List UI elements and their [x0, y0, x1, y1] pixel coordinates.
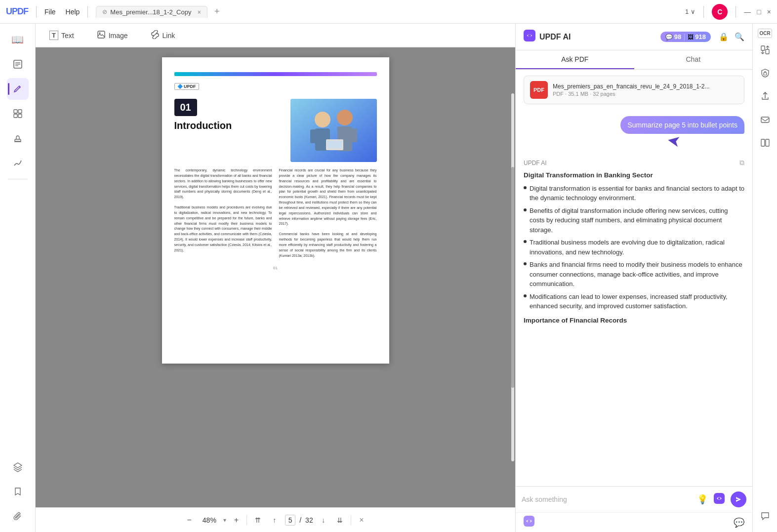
mail-icon[interactable] — [756, 111, 774, 131]
bullet-3: Traditional business models are evolving… — [524, 238, 744, 257]
user-message-container: Summarize page 5 into bullet points ➤ — [524, 116, 744, 134]
user-message: Summarize page 5 into bullet points — [620, 116, 744, 134]
close-button[interactable]: × — [767, 8, 771, 16]
bullet-text-3: Traditional business models are evolving… — [530, 238, 744, 257]
image-toolbar-icon — [97, 30, 106, 41]
bullet-2: Benefits of digital transformation inclu… — [524, 206, 744, 235]
pdf-col-right: Financial records are crucial for any bu… — [279, 168, 377, 259]
sidebar-attachment-icon[interactable] — [7, 505, 29, 527]
svg-point-14 — [315, 112, 330, 127]
ai-tabs: Ask PDF Chat — [516, 50, 752, 70]
close-bottom-bar-button[interactable]: × — [355, 514, 368, 527]
sidebar-layers-icon[interactable] — [7, 456, 29, 478]
ai-footer-icon2[interactable]: 💬 — [734, 517, 744, 528]
svg-rect-10 — [98, 31, 105, 38]
current-page[interactable]: 5 — [285, 515, 296, 526]
scroll-track[interactable] — [511, 93, 514, 461]
chapter-number: 01 — [174, 99, 197, 116]
tab-chat[interactable]: Chat — [634, 50, 753, 69]
svg-rect-5 — [18, 110, 22, 113]
protect-icon[interactable] — [756, 64, 774, 84]
search-icon[interactable]: 🔍 — [735, 32, 744, 41]
ai-label-text: UPDF AI — [524, 160, 547, 166]
nav-next-page-button[interactable]: ↓ — [318, 514, 329, 526]
toolbar-text-label: Text — [61, 32, 74, 40]
pdf-para2-left: Traditional business models and procedur… — [174, 205, 272, 253]
nav-last-page-button[interactable]: ⇊ — [333, 514, 347, 526]
titlebar-divider — [36, 6, 37, 18]
bullet-dot-2 — [524, 208, 527, 211]
sidebar-read-icon[interactable]: 📖 — [7, 29, 29, 50]
nav-prev-page-button[interactable]: ↑ — [269, 514, 280, 526]
main-layout: 📖 — [0, 24, 777, 532]
svg-rect-6 — [14, 114, 17, 118]
toolbar-link[interactable]: Link — [147, 28, 179, 43]
minimize-button[interactable]: — — [744, 8, 751, 16]
link-toolbar-icon — [151, 30, 160, 41]
ocr-icon[interactable]: OCR — [758, 29, 772, 38]
ai-input-area: 💡 — [516, 486, 752, 512]
zoom-out-button[interactable]: − — [183, 514, 195, 527]
page-indicator: 5 / 32 — [284, 516, 314, 524]
zoom-dropdown[interactable]: ▾ — [223, 517, 226, 524]
pdf-para1-left: The contemporary, dynamic technology env… — [174, 168, 272, 200]
toolbar-link-label: Link — [163, 32, 175, 40]
ai-footer-icon1[interactable] — [524, 516, 534, 529]
chapter-header: 01 Introduction — [174, 99, 377, 162]
svg-rect-13 — [290, 99, 377, 162]
image-credits: 🖼 918 — [688, 33, 706, 41]
new-tab-button[interactable]: + — [214, 6, 220, 17]
svg-rect-28 — [761, 46, 765, 50]
titlebar-menu: File Help — [44, 8, 80, 16]
image-credit-icon: 🖼 — [688, 34, 694, 41]
tab-close[interactable]: × — [197, 8, 201, 16]
titlebar-divider2 — [87, 6, 88, 18]
copy-button[interactable]: ⧉ — [739, 159, 744, 167]
ai-response: UPDF AI ⧉ Digital Transformation in Bank… — [524, 157, 744, 329]
nav-first-page-button[interactable]: ⇈ — [251, 514, 265, 526]
bullet-dot-3 — [524, 240, 527, 243]
edit-toolbar: T Text Image — [36, 24, 515, 47]
svg-rect-8 — [15, 139, 21, 141]
ai-input-field[interactable] — [522, 495, 693, 503]
tab-ask-pdf[interactable]: Ask PDF — [516, 50, 634, 69]
menu-help[interactable]: Help — [66, 8, 80, 16]
file-meta: PDF · 35.1 MB · 32 pages — [553, 91, 738, 97]
sidebar-pages-icon[interactable] — [7, 103, 29, 124]
scroll-thumb[interactable] — [511, 167, 514, 388]
updf-logo-small: 🔷 UPDF — [174, 83, 199, 90]
sidebar-edit-icon[interactable] — [7, 53, 29, 75]
sidebar-stamp-icon[interactable] — [7, 127, 29, 149]
bullet-1: Digital transformation is essential for … — [524, 184, 744, 203]
toolbar-image[interactable]: Image — [93, 28, 132, 43]
bullet-text-4: Banks and financial firms need to modify… — [530, 260, 744, 289]
ai-lightbulb-icon[interactable]: 💡 — [697, 494, 708, 505]
convert-icon[interactable] — [756, 41, 774, 61]
ai-send-button[interactable] — [731, 491, 746, 507]
menu-file[interactable]: File — [44, 8, 56, 16]
bullet-dot-4 — [524, 262, 527, 265]
svg-line-12 — [154, 34, 156, 36]
compare-icon[interactable] — [756, 134, 774, 154]
toolbar-text[interactable]: T Text — [45, 29, 78, 42]
svg-rect-7 — [18, 114, 22, 118]
sidebar-annotate-icon[interactable] — [7, 78, 29, 100]
svg-rect-21 — [327, 141, 342, 148]
sidebar-sign-icon[interactable] — [7, 152, 29, 174]
pdf-viewer[interactable]: 🔷 UPDF 01 Introduction — [36, 47, 515, 507]
tab-label: Mes_premier...18_1-2_Copy — [110, 8, 191, 16]
share-icon[interactable] — [756, 87, 774, 108]
chat-bubble-icon[interactable] — [756, 507, 774, 527]
zoom-in-button[interactable]: + — [230, 514, 243, 527]
ai-brand-logo — [524, 30, 535, 44]
ai-response-body: Digital Transformation in Banking Sector… — [524, 170, 744, 326]
maximize-button[interactable]: □ — [757, 8, 761, 16]
zoom-value: 48% — [200, 516, 219, 524]
ai-chat-area[interactable]: Summarize page 5 into bullet points ➤ UP… — [516, 110, 752, 486]
svg-rect-32 — [761, 139, 765, 146]
svg-point-25 — [718, 497, 721, 500]
active-tab[interactable]: ⊘ Mes_premier...18_1-2_Copy × — [96, 6, 207, 18]
pdf-text-columns: The contemporary, dynamic technology env… — [174, 168, 377, 259]
sidebar-bookmark-icon[interactable] — [7, 481, 29, 502]
lock-icon[interactable]: 🔒 — [719, 32, 729, 41]
